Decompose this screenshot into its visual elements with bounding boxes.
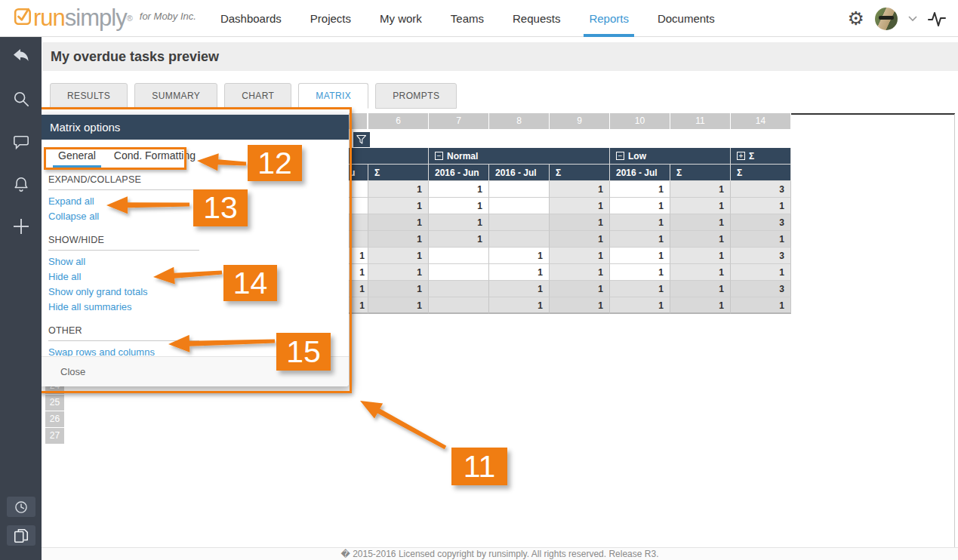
matrix-group-header: +Σ xyxy=(731,148,791,165)
matrix-group-header xyxy=(349,148,429,165)
matrix-cell: 1 xyxy=(489,281,550,297)
matrix-column-header: 2016 - Jun xyxy=(429,165,489,181)
search-icon[interactable] xyxy=(0,91,42,107)
matrix-cell: 1 xyxy=(670,297,731,314)
section-heading: OTHER xyxy=(48,325,340,336)
dialog-body: GeneralCond. Formatting EXPAND/COLLAPSEE… xyxy=(39,140,349,356)
matrix-cell: 1 xyxy=(489,248,550,264)
gear-icon[interactable]: ⚙ xyxy=(848,9,864,28)
link-hide-all-summaries[interactable]: Hide all summaries xyxy=(48,302,132,312)
matrix-cell: 1 xyxy=(610,248,670,264)
matrix-options-dialog: Matrix options GeneralCond. Formatting E… xyxy=(39,115,349,386)
nav-item-teams[interactable]: Teams xyxy=(451,0,484,37)
documents-icon[interactable] xyxy=(7,525,35,546)
row-number: 26 xyxy=(45,411,64,427)
matrix-cell: 1 xyxy=(610,264,670,281)
section-divider xyxy=(48,250,199,251)
nav-item-requests[interactable]: Requests xyxy=(513,0,560,37)
matrix-cell xyxy=(489,198,550,214)
group-label: Normal xyxy=(447,151,478,162)
link-hide-all[interactable]: Hide all xyxy=(48,272,81,282)
matrix-cell xyxy=(429,264,489,281)
matrix-cell: 1 xyxy=(368,297,429,314)
collapse-square-icon[interactable]: − xyxy=(435,152,443,160)
expand-square-icon[interactable]: + xyxy=(737,152,745,160)
matrix-cell: 1 xyxy=(368,248,429,264)
chat-icon[interactable] xyxy=(0,134,42,150)
group-label: Σ xyxy=(749,151,754,162)
matrix-cell: 1 xyxy=(670,231,731,248)
matrix-cell: 1 xyxy=(489,264,550,281)
dialog-tab-general[interactable]: General xyxy=(53,147,101,168)
matrix-column-header: 2016 - Jul xyxy=(489,165,550,181)
section-heading: SHOW/HIDE xyxy=(48,235,340,245)
matrix-cell xyxy=(349,198,368,214)
dialog-sections: EXPAND/COLLAPSEExpand allCollapse allSHO… xyxy=(48,174,340,356)
matrix-cell: 1 xyxy=(429,231,489,248)
collapse-square-icon[interactable]: − xyxy=(616,152,624,160)
dialog-tab-cond-formatting[interactable]: Cond. Formatting xyxy=(109,147,201,168)
matrix-cell: 1 xyxy=(550,297,610,314)
dialog-section-expand-collapse: EXPAND/COLLAPSEExpand allCollapse all xyxy=(48,174,340,222)
matrix-cell: 1 xyxy=(349,281,368,297)
matrix-cell xyxy=(489,214,550,231)
plus-icon[interactable] xyxy=(0,217,42,235)
matrix-cell: 1 xyxy=(550,214,610,231)
matrix-cell: 1 xyxy=(670,248,731,264)
matrix-cell: 1 xyxy=(429,214,489,231)
link-show-only-grand-totals[interactable]: Show only grand totals xyxy=(48,287,148,297)
matrix-cell: 1 xyxy=(731,264,791,281)
matrix-cell xyxy=(489,231,550,248)
nav-item-projects[interactable]: Projects xyxy=(310,0,351,37)
link-collapse-all[interactable]: Collapse all xyxy=(48,211,99,222)
column-number: 10 xyxy=(610,113,670,129)
matrix-column-header: 2016 - Jul xyxy=(610,165,670,181)
column-number: 7 xyxy=(429,113,488,129)
matrix-cell: 1 xyxy=(550,231,610,248)
dialog-footer: Close xyxy=(39,356,349,386)
matrix-header-clipped: u xyxy=(349,165,368,181)
top-navigation: runsimply® for Moby Inc. DashboardsProje… xyxy=(0,0,958,37)
nav-item-documents[interactable]: Documents xyxy=(658,0,715,37)
nav-item-my-work[interactable]: My work xyxy=(380,0,422,37)
column-number: 14 xyxy=(731,113,790,129)
matrix-cell: 1 xyxy=(670,181,731,198)
nav-item-reports[interactable]: Reports xyxy=(589,0,629,37)
column-number: 9 xyxy=(550,113,609,129)
matrix-cell: 1 xyxy=(731,231,791,248)
matrix-cell: 1 xyxy=(731,198,791,214)
link-expand-all[interactable]: Expand all xyxy=(48,196,94,207)
matrix-cell: 1 xyxy=(429,181,489,198)
matrix-cell: 1 xyxy=(349,297,368,314)
matrix-cell: 3 xyxy=(731,181,791,198)
matrix-cell: 3 xyxy=(731,248,791,264)
avatar[interactable] xyxy=(875,8,898,30)
history-icon[interactable] xyxy=(7,497,35,517)
link-swap-rows-and-columns[interactable]: Swap rows and columns xyxy=(48,347,155,356)
dialog-section-other: OTHERSwap rows and columns xyxy=(48,325,340,356)
pulse-icon[interactable] xyxy=(928,10,946,28)
matrix-column-header: Σ xyxy=(550,165,610,181)
back-arrow-icon[interactable] xyxy=(0,48,42,65)
main-menu: DashboardsProjectsMy workTeamsRequestsRe… xyxy=(220,0,715,37)
nav-item-dashboards[interactable]: Dashboards xyxy=(220,0,282,37)
matrix-cell: 1 xyxy=(349,264,368,281)
matrix-column-header: Σ xyxy=(731,165,791,181)
matrix-cell: 3 xyxy=(731,214,791,231)
matrix-cell: 1 xyxy=(670,281,731,297)
dialog-section-show-hide: SHOW/HIDEShow allHide allShow only grand… xyxy=(48,235,340,312)
matrix-cell: 1 xyxy=(489,297,550,314)
column-number-partial xyxy=(349,113,367,129)
close-button[interactable]: Close xyxy=(60,366,85,377)
matrix-group-header: −Low xyxy=(610,148,731,165)
filter-funnel-icon[interactable] xyxy=(353,132,370,147)
dialog-title: Matrix options xyxy=(50,121,120,134)
bell-icon[interactable] xyxy=(0,176,42,192)
row-number: 25 xyxy=(45,395,64,411)
matrix-cell xyxy=(349,214,368,231)
link-show-all[interactable]: Show all xyxy=(48,257,85,267)
chevron-down-icon[interactable] xyxy=(908,16,917,22)
matrix-cell: 1 xyxy=(610,281,670,297)
runsimply-logo[interactable]: runsimply® xyxy=(14,7,132,29)
matrix-cell xyxy=(429,281,489,297)
